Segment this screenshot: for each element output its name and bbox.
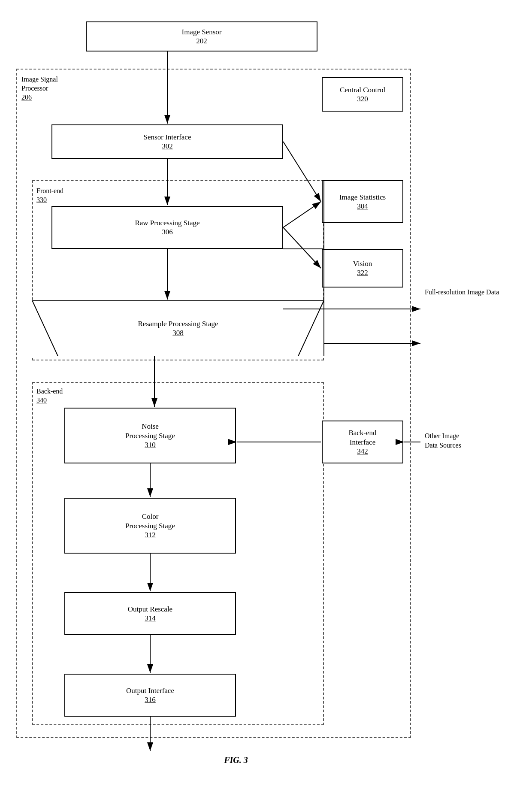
image-statistics-box: Image Statistics 304 (322, 180, 403, 223)
image-statistics-num: 304 (357, 202, 368, 211)
frontend-label: Front-end 330 (36, 187, 63, 205)
vision-label: Vision (353, 259, 372, 269)
sensor-interface-label: Sensor Interface (144, 133, 191, 142)
resample-label: Resample Processing Stage (138, 319, 218, 329)
output-rescale-label: Output Rescale (128, 605, 172, 614)
resample-box: Resample Processing Stage 308 (32, 300, 324, 356)
central-control-label: Central Control (340, 85, 385, 95)
central-control-box: Central Control 320 (322, 77, 403, 112)
vision-box: Vision 322 (322, 249, 403, 288)
backend-interface-label: Back-endInterface (348, 428, 376, 447)
noise-num: 310 (145, 441, 156, 449)
output-interface-label: Output Interface (126, 686, 174, 696)
image-sensor-label: Image Sensor (181, 27, 221, 37)
noise-processing-box: NoiseProcessing Stage 310 (64, 408, 236, 463)
raw-processing-label: Raw Processing Stage (135, 218, 200, 228)
image-sensor-num: 202 (196, 37, 207, 45)
isp-num: 206 (21, 93, 58, 102)
frontend-num: 330 (36, 196, 63, 205)
sensor-interface-num: 302 (162, 142, 173, 151)
backend-label: Back-end 340 (36, 387, 63, 405)
color-num: 312 (145, 531, 156, 539)
diagram-container: Image Sensor 202 Image Signal Processor … (9, 9, 523, 781)
raw-processing-num: 306 (162, 228, 173, 236)
other-image-label: Other ImageData Sources (425, 431, 461, 451)
backend-text: Back-end (36, 387, 63, 396)
vision-num: 322 (357, 269, 368, 277)
backend-num: 340 (36, 396, 63, 405)
isp-label: Image Signal Processor 206 (21, 75, 58, 102)
output-rescale-box: Output Rescale 314 (64, 592, 236, 635)
image-sensor-box: Image Sensor 202 (86, 21, 317, 51)
output-interface-box: Output Interface 316 (64, 674, 236, 717)
output-interface-num: 316 (145, 696, 156, 704)
isp-text2: Processor (21, 84, 58, 93)
backend-interface-box: Back-endInterface 342 (322, 421, 403, 463)
central-control-num: 320 (357, 95, 368, 103)
isp-text: Image Signal (21, 75, 58, 84)
output-rescale-num: 314 (145, 614, 156, 623)
backend-interface-num: 342 (357, 447, 368, 456)
resample-num: 308 (172, 329, 184, 337)
raw-processing-box: Raw Processing Stage 306 (51, 206, 283, 249)
image-statistics-label: Image Statistics (339, 193, 386, 202)
full-resolution-label: Full-resolution Image Data (425, 288, 499, 297)
frontend-text: Front-end (36, 187, 63, 196)
sensor-interface-box: Sensor Interface 302 (51, 124, 283, 159)
color-label: ColorProcessing Stage (125, 512, 175, 531)
noise-label: NoiseProcessing Stage (125, 422, 175, 441)
color-processing-box: ColorProcessing Stage 312 (64, 498, 236, 554)
fig-label: FIG. 3 (193, 755, 279, 765)
